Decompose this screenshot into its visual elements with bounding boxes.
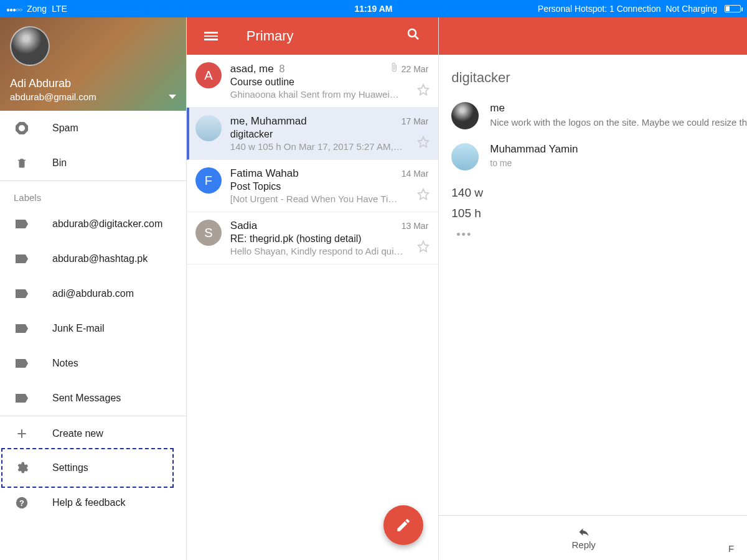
sidebar: Adi Abdurab abdurab@gmail.com Spam Bin L… <box>0 17 187 560</box>
conversation-from: me, Muhammad <box>230 115 307 128</box>
clock: 11:19 AM <box>355 4 393 14</box>
carrier-label: Zong <box>27 4 47 14</box>
forward-label: F <box>728 543 734 554</box>
menu-icon[interactable] <box>204 30 218 42</box>
message-expanded-header[interactable]: Muhammad Yamin to me <box>451 143 747 170</box>
network-label: LTE <box>52 4 67 14</box>
sidebar-item-bin[interactable]: Bin <box>0 146 186 180</box>
label-icon <box>16 220 28 228</box>
sidebar-label-item[interactable]: abdurab@hashtag.pk <box>0 241 186 276</box>
star-icon[interactable] <box>417 136 430 151</box>
conversation-from: Sadia <box>230 220 257 232</box>
label-icon <box>16 289 28 298</box>
conversation-date: 17 Mar <box>402 116 429 126</box>
message-body-line: 140 w <box>451 184 747 202</box>
show-trimmed-icon[interactable]: ••• <box>451 227 477 243</box>
sidebar-label-item[interactable]: Notes <box>0 346 186 381</box>
sidebar-item-help[interactable]: ? Help & feedback <box>0 485 186 520</box>
conversation-snippet: [Not Urgent - Read When You Have Ti… <box>230 194 428 204</box>
charge-label: Not Charging <box>666 4 718 14</box>
sender-name: Muhammad Yamin <box>490 143 578 156</box>
list-title: Primary <box>247 28 294 44</box>
conversation-avatar: F <box>195 167 222 194</box>
account-name: Adi Abdurab <box>10 77 176 90</box>
conversation-avatar: A <box>195 62 222 88</box>
sidebar-label: Junk E-mail <box>52 323 105 334</box>
sender-name: me <box>490 102 747 114</box>
conversation-subject: RE: thegrid.pk (hosting detail) <box>230 233 428 245</box>
sidebar-item-spam[interactable]: Spam <box>0 111 186 146</box>
conversation-subject: Course outline <box>230 77 428 88</box>
help-icon: ? <box>14 496 30 510</box>
recipient-label: to me <box>490 158 578 168</box>
message-detail: digitacker me Nice work with the logos o… <box>439 17 747 560</box>
star-icon[interactable] <box>417 83 430 98</box>
conversation-row[interactable]: F Fatima Wahab 14 Mar Post Topics [Not U… <box>187 160 438 212</box>
conversation-date: 22 Mar <box>389 62 429 74</box>
sidebar-label: adi@abdurab.com <box>52 288 134 299</box>
sidebar-item-create[interactable]: Create new <box>0 416 186 450</box>
conversation-from: asad, me 8 <box>230 63 285 75</box>
account-header[interactable]: Adi Abdurab abdurab@gmail.com <box>0 17 186 111</box>
trash-icon <box>14 157 30 169</box>
sidebar-label: Help & feedback <box>52 497 125 508</box>
detail-action-bar: Reply F <box>439 515 747 560</box>
star-icon[interactable] <box>417 240 430 255</box>
sidebar-label-item[interactable]: Junk E-mail <box>0 311 186 346</box>
reply-button[interactable]: Reply <box>439 516 728 560</box>
battery-icon <box>725 5 741 12</box>
message-collapsed[interactable]: me Nice work with the logos on the site.… <box>451 102 747 129</box>
sidebar-label-item[interactable]: adi@abdurab.com <box>0 276 186 311</box>
chevron-down-icon[interactable] <box>169 95 176 99</box>
conversation-snippet: Ghinaoona khail Sent from my Huawei… <box>230 89 428 100</box>
attachment-icon <box>389 64 399 74</box>
sidebar-item-settings[interactable]: Settings <box>0 450 186 485</box>
sidebar-label: Sent Messages <box>52 393 121 404</box>
sidebar-label: Notes <box>52 358 78 369</box>
sidebar-label: Create new <box>52 428 103 439</box>
search-icon[interactable] <box>406 27 421 45</box>
conversation-subject: Post Topics <box>230 181 428 192</box>
label-icon <box>16 254 28 263</box>
ios-status-bar: Zong LTE 11:19 AM Personal Hotspot: 1 Co… <box>0 0 747 17</box>
sidebar-label-item[interactable]: abdurab@digitacker.com <box>0 207 186 241</box>
conversation-date: 14 Mar <box>402 169 429 179</box>
message-snippet: Nice work with the logos on the site. Ma… <box>490 117 747 128</box>
conversation-row[interactable]: me, Muhammad 17 Mar digitacker 140 w 105… <box>187 108 438 160</box>
conversation-row[interactable]: A asad, me 8 22 Mar Course outline Ghina… <box>187 55 438 108</box>
star-icon[interactable] <box>417 188 430 203</box>
sidebar-label: abdurab@hashtag.pk <box>52 253 148 264</box>
sidebar-label-item[interactable]: Sent Messages <box>0 381 186 416</box>
svg-point-2 <box>408 29 416 37</box>
detail-toolbar <box>439 17 747 55</box>
message-body-line: 105 h <box>451 205 747 223</box>
account-email: abdurab@gmail.com <box>10 91 96 102</box>
gear-icon <box>14 461 30 475</box>
plus-icon <box>14 427 30 440</box>
compose-button[interactable] <box>383 505 423 545</box>
label-icon <box>16 394 28 403</box>
reply-label: Reply <box>571 539 595 550</box>
conversation-avatar: S <box>195 220 222 246</box>
signal-dots-icon <box>6 4 22 14</box>
spam-icon <box>16 122 28 134</box>
conversation-list: Primary A asad, me 8 22 Mar Course outli… <box>187 17 439 560</box>
sidebar-label: Settings <box>52 462 88 474</box>
labels-header: Labels <box>0 180 186 207</box>
detail-subject: digitacker <box>451 70 747 86</box>
conversation-from: Fatima Wahab <box>230 167 299 180</box>
sender-avatar <box>451 143 479 170</box>
label-icon <box>16 359 28 368</box>
conversation-snippet: 140 w 105 h On Mar 17, 2017 5:27 AM,… <box>230 141 428 152</box>
svg-text:?: ? <box>19 498 24 508</box>
conversation-row[interactable]: S Sadia 13 Mar RE: thegrid.pk (hosting d… <box>187 212 438 264</box>
conversation-date: 13 Mar <box>402 221 429 231</box>
account-avatar <box>10 26 50 66</box>
sidebar-label: abdurab@digitacker.com <box>52 218 162 230</box>
forward-button-partial[interactable]: F <box>728 516 747 560</box>
sidebar-label: Bin <box>52 157 67 169</box>
conversation-subject: digitacker <box>230 129 428 140</box>
list-toolbar: Primary <box>187 17 438 55</box>
sidebar-label: Spam <box>52 123 78 134</box>
conversation-avatar <box>195 115 222 141</box>
